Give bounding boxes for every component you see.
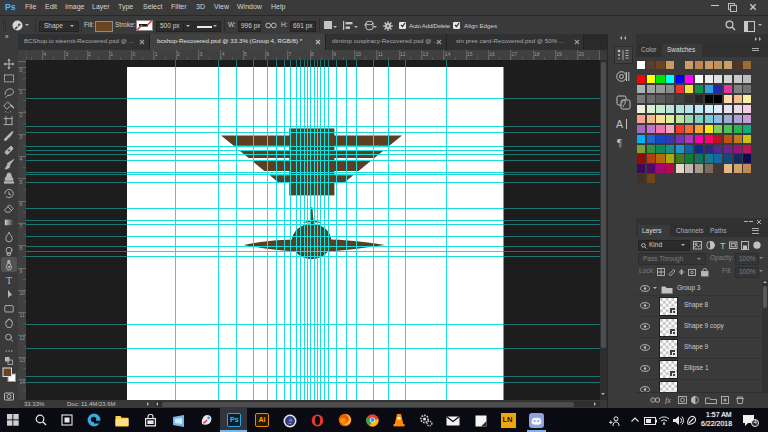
- svg-text:¶: ¶: [617, 137, 622, 148]
- svg-text:A: A: [616, 118, 623, 130]
- svg-text:T: T: [720, 241, 726, 250]
- svg-text:T: T: [6, 275, 12, 286]
- svg-text:fx: fx: [665, 396, 671, 404]
